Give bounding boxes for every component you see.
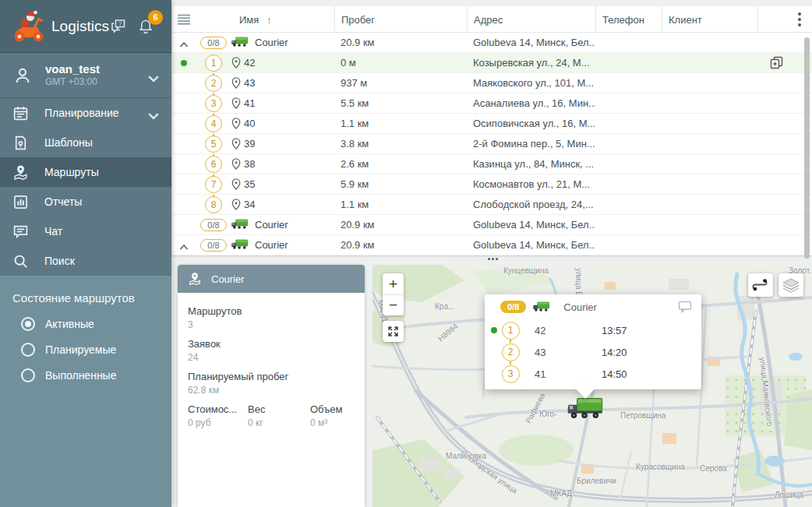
map-place-label: Юго- <box>539 410 556 418</box>
row-actions-cell <box>757 195 786 214</box>
courier-name-cell: Courier <box>231 235 334 255</box>
row-expand-toggle[interactable] <box>172 215 196 234</box>
column-list-icon[interactable] <box>172 6 196 33</box>
table-row-stop[interactable]: 7355.9 кмКосмонавтов ул., 21, М... <box>172 174 812 195</box>
zoom-in-button[interactable]: + <box>383 273 404 294</box>
user-account-menu[interactable]: voan_test GMT +03:00 <box>0 53 171 98</box>
stat-label: Маршрутов <box>188 305 355 318</box>
table-row-stop[interactable]: 3415.5 кмАсаналиева ул., 16, Мин... <box>172 93 812 114</box>
location-pin-icon <box>231 158 241 170</box>
radio-button[interactable] <box>21 343 35 357</box>
stop-time: 13:57 <box>602 325 627 336</box>
sort-ascending-icon[interactable]: ↑ <box>267 14 272 26</box>
stop-name-cell: 38 <box>231 154 334 174</box>
map-canvas[interactable]: КунцевщинаЗолот...МКАДКра...улица Есенин… <box>372 265 812 507</box>
row-expand-toggle[interactable] <box>172 235 196 255</box>
route-state-option-active[interactable]: Активные <box>12 317 159 331</box>
address-cell: Слободской проезд, 24,... <box>467 195 595 214</box>
notifications-bell-icon[interactable]: 6 <box>137 18 154 35</box>
phone-cell <box>595 93 662 113</box>
templates-icon <box>12 135 29 151</box>
location-pin-icon <box>231 178 241 190</box>
courier-name-cell: Courier <box>231 215 334 234</box>
location-pin-icon <box>231 118 241 129</box>
table-row-stop[interactable]: 1420 мКозыревская ул., 24, М... <box>172 53 812 73</box>
location-pin-icon <box>231 77 241 89</box>
table-row-stop[interactable]: 243937 мМаяковского ул., 101, М... <box>172 73 812 93</box>
sidebar-item-routes[interactable]: Маршруты <box>0 157 171 187</box>
stop-sequence-cell: 3 <box>196 93 231 113</box>
column-header-client[interactable]: Клиент <box>662 6 757 33</box>
truck-icon <box>231 219 249 231</box>
map-place-label: Курасовщина <box>636 463 685 471</box>
table-menu-button[interactable] <box>786 6 812 33</box>
table-row-stop[interactable]: 4401.1 кмОсиповичская ул., 16, М... <box>172 114 812 134</box>
popup-chat-icon[interactable] <box>678 301 692 313</box>
stop-sequence-number: 2 <box>502 343 520 361</box>
chevron-down-icon <box>148 72 159 79</box>
table-scrollbar[interactable] <box>804 37 810 259</box>
popup-stop-row[interactable]: 24314:20 <box>485 341 701 363</box>
sidebar-header: Logistics ? 6 <box>0 0 171 53</box>
show-tracks-button[interactable] <box>748 273 773 297</box>
logistics-scooter-logo-icon <box>11 9 45 44</box>
table-row-stop[interactable]: 5393.8 км2-й Фомина пер., 5, Мин... <box>172 134 812 154</box>
radio-button[interactable] <box>21 368 35 382</box>
sidebar-item-chat[interactable]: Чат <box>0 217 171 246</box>
stop-sequence-cell: 4 <box>196 114 231 133</box>
row-expand-toggle[interactable] <box>172 33 196 52</box>
address-cell: Осиповичская ул., 16, М... <box>467 114 595 133</box>
stop-name-cell: 42 <box>231 53 334 72</box>
table-row-stop[interactable]: 6382.6 кмКазинца ул., 84, Минск, ... <box>172 154 812 174</box>
fullscreen-button[interactable] <box>383 321 404 342</box>
phone-cell <box>595 114 662 133</box>
sidebar-item-reports[interactable]: Отчеты <box>0 187 171 217</box>
client-cell <box>662 134 757 153</box>
column-header-mileage[interactable]: Пробег <box>334 6 467 33</box>
stops-progress-cell: 0/8 <box>196 33 231 52</box>
map-layers-button[interactable] <box>778 273 803 297</box>
address-cell: Космонавтов ул., 21, М... <box>467 174 595 194</box>
stops-progress-badge: 0/8 <box>500 301 526 313</box>
column-header-name[interactable]: Имя ↑ <box>231 6 334 33</box>
stop-id: 39 <box>244 138 255 150</box>
chat-icon <box>12 224 29 240</box>
table-row-courier[interactable]: 0/8Courier20.9 кмGolubeva 14, Минск, Бел… <box>172 33 812 53</box>
help-chat-icon[interactable]: ? <box>110 18 127 35</box>
route-state-options: АктивныеПланируемыеВыполненные <box>12 317 159 382</box>
row-actions-cell <box>757 154 786 174</box>
sidebar-item-planning[interactable]: Планирование <box>0 98 171 128</box>
popup-stop-row[interactable]: 14213:57 <box>485 319 701 341</box>
row-actions-cell <box>757 114 786 133</box>
phone-cell <box>595 33 662 52</box>
sidebar-item-search[interactable]: Поиск <box>0 246 171 276</box>
location-pin-icon <box>231 199 241 210</box>
mileage-cell: 2.6 км <box>334 154 467 174</box>
route-state-option-planned[interactable]: Планируемые <box>12 343 159 357</box>
user-icon <box>12 65 33 86</box>
map-place-label: Серова <box>700 464 727 473</box>
client-cell <box>662 215 757 234</box>
table-row-courier[interactable]: 0/8Courier20.9 кмGolubeva 14, Минск, Бел… <box>172 235 812 255</box>
phone-cell <box>595 235 662 255</box>
route-state-option-completed[interactable]: Выполненные <box>12 368 159 382</box>
radio-button[interactable] <box>21 317 35 331</box>
copy-order-icon[interactable] <box>770 56 783 69</box>
stop-time: 14:50 <box>602 368 627 380</box>
stop-name-cell: 41 <box>231 93 334 113</box>
mileage-cell: 1.1 км <box>334 195 467 214</box>
popup-stop-list: 14213:5724314:2034114:50 <box>485 319 701 385</box>
stop-name-cell: 43 <box>231 73 334 93</box>
courier-truck-marker[interactable] <box>567 397 605 425</box>
notification-count-badge: 6 <box>148 10 163 25</box>
zoom-out-button[interactable]: − <box>383 294 404 315</box>
stop-name-cell: 39 <box>231 134 334 153</box>
table-row-stop[interactable]: 8341.1 кмСлободской проезд, 24,... <box>172 195 812 215</box>
table-resize-handle[interactable] <box>482 254 503 263</box>
info-panel-title: Courier <box>211 273 245 285</box>
sidebar-item-templates[interactable]: Шаблоны <box>0 128 171 157</box>
column-header-address[interactable]: Адрес <box>467 6 595 33</box>
table-row-courier[interactable]: 0/8Courier20.9 кмGolubeva 14, Минск, Бел… <box>172 215 812 235</box>
column-header-phone[interactable]: Телефон <box>595 6 662 33</box>
popup-stop-row[interactable]: 34114:50 <box>485 363 701 385</box>
